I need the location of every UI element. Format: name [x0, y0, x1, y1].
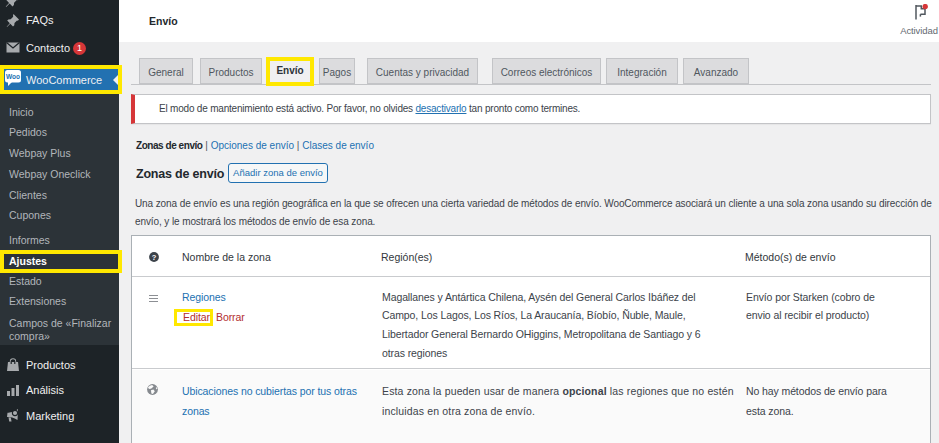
svg-text:Woo: Woo	[6, 73, 20, 80]
svg-text:?: ?	[152, 253, 157, 262]
